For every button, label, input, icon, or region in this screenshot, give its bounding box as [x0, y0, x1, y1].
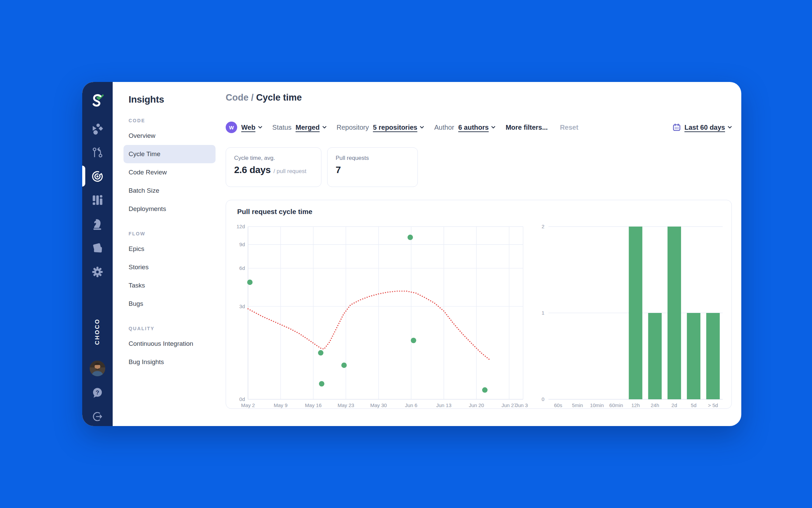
author-filter-value[interactable]: 6 authors: [458, 124, 489, 131]
cycle-time-scatter-chart[interactable]: May 2May 9May 16May 23May 30Jun 6Jun 13J…: [234, 219, 528, 409]
sidebar-item-code-review[interactable]: Code Review: [123, 163, 216, 182]
insights-sidebar: Insights CODEOverviewCycle TimeCode Revi…: [113, 82, 226, 426]
team-name-label: CHOCO: [94, 318, 101, 345]
svg-text:May 9: May 9: [274, 402, 288, 408]
svg-text:9d: 9d: [239, 241, 245, 247]
help-icon[interactable]: ?: [91, 387, 104, 400]
shapes-icon[interactable]: [91, 123, 104, 136]
nav-section-label: QUALITY: [129, 326, 219, 331]
stat-suffix: / pull request: [273, 168, 306, 175]
chart-title: Pull request cycle time: [237, 208, 312, 216]
filter-bar: W Web Status Merged Repository 5 reposit…: [226, 122, 732, 133]
kanban-board-icon[interactable]: [91, 194, 104, 208]
svg-text:12d: 12d: [236, 224, 245, 229]
svg-text:May 30: May 30: [370, 402, 387, 408]
author-filter: Author 6 authors: [434, 124, 495, 131]
chevron-down-icon: [420, 126, 424, 129]
team-avatar: W: [226, 122, 237, 133]
svg-text:5min: 5min: [572, 402, 583, 408]
sidebar-item-deployments[interactable]: Deployments: [123, 200, 216, 218]
svg-text:May 2: May 2: [241, 402, 255, 408]
sidebar-item-overview[interactable]: Overview: [123, 127, 216, 145]
swarmia-logo-icon[interactable]: [90, 92, 105, 108]
nav-section: QUALITYContinuous IntegrationBug Insight…: [129, 326, 219, 371]
chevron-down-icon: [322, 126, 326, 129]
reset-filters-button[interactable]: Reset: [560, 124, 578, 131]
repository-filter: Repository 5 repositories: [337, 124, 424, 131]
stat-label: Pull requests: [336, 155, 409, 162]
status-filter-value[interactable]: Merged: [296, 124, 320, 131]
breadcrumb-separator: /: [251, 92, 254, 103]
stat-label: Cycle time, avg.: [234, 155, 313, 162]
team-filter-value[interactable]: Web: [241, 124, 255, 131]
more-filters-button[interactable]: More filters...: [505, 124, 547, 131]
breadcrumb-current: Cycle time: [256, 92, 302, 103]
author-filter-label: Author: [434, 124, 454, 131]
svg-text:Jun 6: Jun 6: [405, 402, 418, 408]
nav-section-label: CODE: [129, 118, 219, 123]
settings-gear-icon[interactable]: [91, 266, 104, 279]
breadcrumb-parent[interactable]: Code: [226, 92, 249, 103]
sidebar-title: Insights: [129, 94, 219, 105]
icon-rail: CHOCO ?: [82, 82, 113, 426]
svg-text:Jun 13: Jun 13: [436, 402, 451, 408]
date-range-value[interactable]: Last 60 days: [684, 124, 725, 131]
svg-text:2: 2: [542, 224, 544, 229]
main-content: Code / Cycle time W Web Status Merged Re…: [226, 82, 741, 426]
chevron-down-icon: [258, 126, 262, 129]
svg-text:> 5d: > 5d: [708, 402, 718, 408]
breadcrumb: Code / Cycle time: [226, 92, 732, 103]
desktop: { "rail": { "team_label": "CHOCO", "icon…: [0, 0, 812, 508]
sidebar-item-cycle-time[interactable]: Cycle Time: [123, 145, 216, 163]
chevron-down-icon: [728, 126, 732, 129]
svg-text:Jun 20: Jun 20: [469, 402, 484, 408]
user-avatar[interactable]: [90, 361, 105, 376]
active-rail-indicator: [82, 166, 85, 187]
svg-text:May 23: May 23: [338, 402, 354, 408]
svg-text:60s: 60s: [554, 402, 562, 408]
stat-cards: Cycle time, avg. 2.6 days / pull request…: [226, 147, 732, 187]
svg-text:Jun 30: Jun 30: [515, 402, 528, 408]
svg-text:60min: 60min: [609, 402, 623, 408]
chevron-down-icon: [491, 126, 495, 129]
svg-text:0: 0: [542, 396, 544, 402]
cycle-time-chart-card: Pull request cycle time May 2May 9May 16…: [226, 200, 732, 409]
team-filter[interactable]: W Web: [226, 122, 262, 133]
sidebar-item-bug-insights[interactable]: Bug Insights: [123, 353, 216, 371]
logout-icon[interactable]: [92, 411, 103, 424]
git-pull-request-icon[interactable]: [92, 147, 103, 160]
cycle-time-avg-card: Cycle time, avg. 2.6 days / pull request: [226, 147, 321, 187]
nav-section-label: FLOW: [129, 231, 219, 236]
chess-knight-icon[interactable]: [91, 218, 104, 232]
status-filter: Status Merged: [272, 124, 326, 131]
sidebar-item-stories[interactable]: Stories: [123, 258, 216, 276]
svg-text:?: ?: [96, 389, 99, 396]
svg-text:3d: 3d: [239, 303, 245, 309]
svg-text:12h: 12h: [631, 402, 640, 408]
stat-value: 7: [336, 165, 341, 175]
repository-filter-label: Repository: [337, 124, 369, 131]
svg-text:10min: 10min: [590, 402, 604, 408]
nav-section: FLOWEpicsStoriesTasksBugs: [129, 231, 219, 313]
app-window: CHOCO ?: [82, 82, 741, 426]
svg-text:Jun 27: Jun 27: [501, 402, 517, 408]
cards-icon[interactable]: [91, 242, 104, 256]
insights-target-icon[interactable]: [91, 170, 104, 184]
svg-text:May 16: May 16: [305, 402, 321, 408]
nav-section: CODEOverviewCycle TimeCode ReviewBatch S…: [129, 118, 219, 218]
sidebar-item-tasks[interactable]: Tasks: [123, 276, 216, 295]
sidebar-item-continuous-integration[interactable]: Continuous Integration: [123, 335, 216, 353]
cycle-time-histogram[interactable]: 01260s5min10min60min12h24h2d5d> 5d: [533, 219, 728, 409]
sidebar-item-batch-size[interactable]: Batch Size: [123, 182, 216, 200]
svg-text:6d: 6d: [239, 265, 245, 271]
svg-text:24h: 24h: [651, 402, 659, 408]
svg-text:0d: 0d: [239, 396, 245, 402]
stat-value: 2.6 days: [234, 165, 271, 175]
calendar-icon: [672, 123, 681, 132]
date-range-filter[interactable]: Last 60 days: [672, 123, 732, 132]
svg-text:1: 1: [542, 310, 544, 316]
repository-filter-value[interactable]: 5 repositories: [373, 124, 417, 131]
svg-text:5d: 5d: [691, 402, 697, 408]
sidebar-item-epics[interactable]: Epics: [123, 240, 216, 258]
sidebar-item-bugs[interactable]: Bugs: [123, 295, 216, 313]
